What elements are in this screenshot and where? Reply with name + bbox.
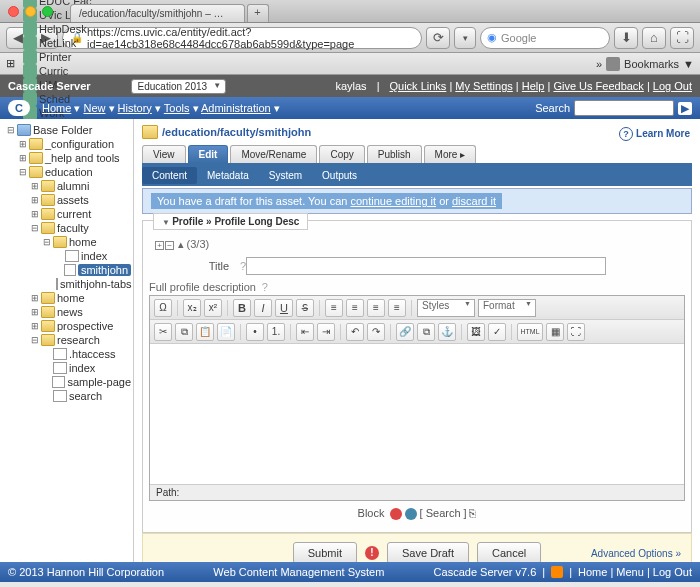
secondary-tab[interactable]: Metadata (197, 167, 259, 184)
tree-node[interactable]: .htaccess (2, 347, 131, 361)
rss-icon[interactable] (551, 566, 563, 578)
menu-item[interactable]: Tools ▾ (164, 102, 199, 114)
tree-node[interactable]: ⊞current (2, 207, 131, 221)
secondary-tab[interactable]: Content (142, 167, 197, 184)
subscript-button[interactable]: x₂ (183, 299, 201, 317)
panel-heading[interactable]: Profile » Profile Long Desc (153, 213, 308, 230)
bookmarks-menu[interactable]: Bookmarks (624, 58, 679, 70)
window-close[interactable] (8, 6, 19, 17)
styles-select[interactable]: Styles (417, 299, 475, 317)
align-right-button[interactable]: ≡ (367, 299, 385, 317)
advanced-options-link[interactable]: Advanced Options » (591, 548, 681, 559)
asset-tree[interactable]: ⊟Base Folder⊞_configuration⊞_help and to… (0, 119, 134, 562)
tree-node[interactable]: index (2, 249, 131, 263)
paste-button[interactable]: 📋 (196, 323, 214, 341)
window-minimize[interactable] (25, 6, 36, 17)
tree-node[interactable]: ⊟faculty (2, 221, 131, 235)
paste-text-button[interactable]: 📄 (217, 323, 235, 341)
strike-button[interactable]: S̶ (296, 299, 314, 317)
bookmark-item[interactable]: HelpDesk (23, 22, 92, 36)
tree-node[interactable]: ⊞alumni (2, 179, 131, 193)
italic-button[interactable]: I (254, 299, 272, 317)
tree-toggle-icon[interactable]: ⊞ (30, 307, 39, 317)
tree-node[interactable]: ⊞_configuration (2, 137, 131, 151)
primary-tab[interactable]: Move/Rename (230, 145, 317, 163)
footer-link[interactable]: Log Out (653, 566, 692, 578)
group-controls[interactable]: +− ▴ (3/3) (155, 238, 685, 251)
tree-toggle-icon[interactable]: ⊞ (30, 209, 39, 219)
browse-block-icon[interactable] (405, 508, 417, 520)
align-left-button[interactable]: ≡ (325, 299, 343, 317)
tree-node[interactable]: smithjohn (2, 263, 131, 277)
address-bar[interactable]: 🔒 https://cms.uvic.ca/entity/edit.act?id… (62, 27, 422, 49)
bookmark-item[interactable]: Curric (23, 64, 92, 78)
menu-item[interactable]: Home ▾ (42, 102, 80, 114)
superscript-button[interactable]: x² (204, 299, 222, 317)
tree-node[interactable]: ⊞news (2, 305, 131, 319)
appbar-link[interactable]: My Settings (455, 80, 512, 92)
tree-node[interactable]: ⊟research (2, 333, 131, 347)
submit-button[interactable]: Submit (293, 542, 357, 562)
tree-toggle-icon[interactable]: ⊞ (30, 181, 39, 191)
learn-more-link[interactable]: Learn More (619, 127, 690, 141)
browser-search[interactable]: ◉ Google (480, 27, 610, 49)
primary-tab[interactable]: Copy (319, 145, 364, 163)
home-button[interactable]: ⌂ (642, 27, 666, 49)
help-icon[interactable]: ? (262, 281, 268, 293)
search-go-button[interactable]: ▶ (678, 102, 692, 115)
bold-button[interactable]: B (233, 299, 251, 317)
outdent-button[interactable]: ⇤ (296, 323, 314, 341)
secondary-tab[interactable]: Outputs (312, 167, 367, 184)
cascade-logo-icon[interactable]: C (8, 100, 30, 116)
menu-item[interactable]: New ▾ (83, 102, 114, 114)
global-search-input[interactable] (574, 100, 674, 116)
indent-button[interactable]: ⇥ (317, 323, 335, 341)
tree-toggle-icon[interactable]: ⊟ (30, 335, 39, 345)
primary-tab[interactable]: View (142, 145, 186, 163)
tree-node[interactable]: ⊟Base Folder (2, 123, 131, 137)
bookmark-item[interactable]: NetLink (23, 36, 92, 50)
unlink-button[interactable]: ⧉ (417, 323, 435, 341)
site-selector[interactable]: Education 2013 (131, 79, 227, 94)
appbar-link[interactable]: Quick Links (389, 80, 446, 92)
cancel-button[interactable]: Cancel (477, 542, 541, 562)
menu-item[interactable]: History ▾ (118, 102, 161, 114)
tree-toggle-icon[interactable]: ⊞ (30, 321, 39, 331)
primary-tab[interactable]: More ▸ (424, 145, 477, 163)
clear-block-icon[interactable]: ⎘ (469, 507, 476, 519)
anchor-button[interactable]: ⚓ (438, 323, 456, 341)
align-justify-button[interactable]: ≡ (388, 299, 406, 317)
align-center-button[interactable]: ≡ (346, 299, 364, 317)
menu-item[interactable]: Administration ▾ (201, 102, 280, 114)
tree-node[interactable]: ⊟home (2, 235, 131, 249)
tree-toggle-icon[interactable]: ⊞ (18, 153, 27, 163)
tree-toggle-icon[interactable]: ⊟ (30, 223, 39, 233)
tree-toggle-icon[interactable]: ⊟ (6, 125, 15, 135)
bookmark-item[interactable]: Printer (23, 50, 92, 64)
tree-node[interactable]: ⊞assets (2, 193, 131, 207)
html-button[interactable]: HTML (517, 323, 543, 341)
window-zoom[interactable] (42, 6, 53, 17)
footer-link[interactable]: Menu (616, 566, 644, 578)
continue-editing-link[interactable]: continue editing it (350, 195, 436, 207)
reader-button[interactable]: ▾ (454, 27, 476, 49)
redo-button[interactable]: ↷ (367, 323, 385, 341)
download-button[interactable]: ⬇ (614, 27, 638, 49)
fullscreen-button[interactable]: ⛶ (670, 27, 694, 49)
tree-node[interactable]: ⊞prospective (2, 319, 131, 333)
new-tab-button[interactable]: + (247, 4, 269, 22)
table-button[interactable]: ▦ (546, 323, 564, 341)
save-draft-button[interactable]: Save Draft (387, 542, 469, 562)
underline-button[interactable]: U (275, 299, 293, 317)
undo-button[interactable]: ↶ (346, 323, 364, 341)
expand-icon[interactable]: + (155, 241, 164, 250)
chevron-up-icon[interactable]: ▴ (178, 238, 184, 250)
tree-node[interactable]: ⊞_help and tools (2, 151, 131, 165)
tree-node[interactable]: smithjohn-tabs (2, 277, 131, 291)
tree-toggle-icon[interactable]: ⊞ (30, 293, 39, 303)
reload-button[interactable]: ⟳ (426, 27, 450, 49)
block-search-link[interactable]: [ Search ] (420, 507, 467, 519)
tree-toggle-icon[interactable]: ⊟ (42, 237, 51, 247)
secondary-tab[interactable]: System (259, 167, 312, 184)
discard-link[interactable]: discard it (452, 195, 496, 207)
